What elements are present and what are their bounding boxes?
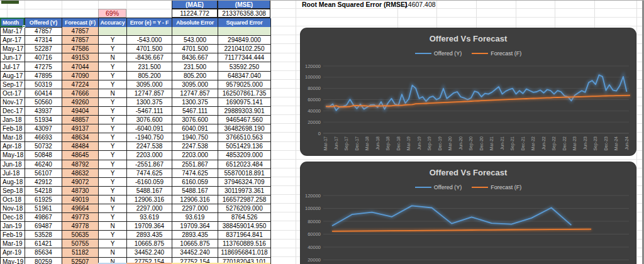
table-cell[interactable]: 12747.857 — [172, 89, 218, 98]
table-cell[interactable]: 93.619 — [172, 213, 218, 222]
chart-legend[interactable]: Offered (Y) Forecast (F) — [301, 184, 636, 190]
table-cell[interactable]: 51182 — [62, 248, 99, 257]
table-cell[interactable]: 61421 — [25, 239, 62, 248]
table-cell[interactable]: 5276209.000 — [218, 204, 271, 213]
table-cell[interactable]: 3076.600 — [172, 116, 218, 124]
table-cell[interactable]: 48645 — [62, 151, 99, 160]
table-cell[interactable]: N — [99, 53, 127, 62]
column-header[interactable]: Squared Error — [218, 18, 271, 28]
column-header[interactable]: Error (e) = Y - F — [127, 18, 172, 28]
table-cell[interactable]: 80259 — [25, 258, 62, 264]
table-cell[interactable]: 69487 — [25, 222, 62, 231]
table-cell[interactable]: 36482698.190 — [218, 124, 271, 133]
table-cell[interactable]: Y — [99, 142, 127, 151]
table-cell[interactable]: 47857 — [62, 27, 99, 36]
table-cell[interactable]: Jan-18 — [1, 116, 25, 124]
table-cell[interactable]: N — [99, 195, 127, 204]
table-cell[interactable]: May-18 — [1, 151, 25, 160]
table-cell[interactable]: 2247.538 — [172, 142, 218, 151]
table-cell[interactable]: Y — [99, 80, 127, 89]
table-cell[interactable]: Y — [99, 98, 127, 107]
table-cell[interactable]: 1690975.141 — [218, 98, 271, 107]
table-cell[interactable] — [99, 27, 127, 36]
column-header[interactable]: Absolute Error — [172, 18, 218, 28]
table-cell[interactable]: 50755 — [62, 239, 99, 248]
table-cell[interactable]: 6040.091 — [172, 124, 218, 133]
table-cell[interactable]: 61925 — [25, 195, 62, 204]
table-cell[interactable]: 12906.316 — [172, 195, 218, 204]
table-cell[interactable]: 8436.667 — [172, 53, 218, 62]
table-cell[interactable]: Y — [99, 160, 127, 169]
table-cell[interactable]: Y — [99, 169, 127, 178]
table-cell[interactable]: Nov-18 — [1, 204, 25, 213]
table-cell[interactable]: Y — [99, 45, 127, 53]
table-cell[interactable]: 49137 — [62, 124, 99, 133]
table-cell[interactable]: 49778 — [62, 222, 99, 231]
table-cell[interactable]: 2551.867 — [172, 160, 218, 169]
table-cell[interactable]: 8764.526 — [218, 213, 271, 222]
table-cell[interactable]: 85634 — [25, 248, 62, 257]
table-cell[interactable]: 34452.240 — [127, 248, 172, 257]
table-cell[interactable]: 4701.500 — [127, 45, 172, 53]
table-cell[interactable]: 47666 — [62, 89, 99, 98]
table-cell[interactable]: 50848 — [25, 151, 62, 160]
table-cell[interactable]: 49072 — [62, 178, 99, 187]
table-cell[interactable]: 113760889.516 — [218, 239, 271, 248]
table-cell[interactable]: -5467.111 — [127, 107, 172, 116]
table-cell[interactable]: 1300.375 — [172, 98, 218, 107]
table-cell[interactable]: 805.200 — [127, 72, 172, 80]
legend-item-forecast[interactable]: Forecast (F) — [472, 50, 521, 57]
mse-value-cell[interactable]: 213376358.308 — [218, 9, 270, 18]
table-cell[interactable]: Jan-19 — [1, 222, 25, 231]
table-cell[interactable]: 3095.000 — [127, 80, 172, 89]
table-cell[interactable]: 40716 — [25, 53, 62, 62]
table-cell[interactable]: 5467.111 — [172, 107, 218, 116]
table-cell[interactable]: 48792 — [62, 160, 99, 169]
table-cell[interactable]: 2247.538 — [127, 142, 172, 151]
table-cell[interactable]: 3076.600 — [127, 116, 172, 124]
table-cell[interactable]: 2893.435 — [127, 231, 172, 239]
table-cell[interactable]: Y — [99, 231, 127, 239]
table-cell[interactable]: 48484 — [62, 142, 99, 151]
table-cell[interactable]: 5488.167 — [172, 187, 218, 195]
table-cell[interactable]: 4701.500 — [172, 45, 218, 53]
table-cell[interactable]: 30119973.361 — [218, 187, 271, 195]
table-cell[interactable]: Y — [99, 187, 127, 195]
table-cell[interactable]: -6160.059 — [127, 178, 172, 187]
legend-item-offered[interactable]: Offered (Y) — [415, 50, 462, 57]
table-cell[interactable]: 1940.750 — [172, 133, 218, 142]
table-cell[interactable]: 51961 — [25, 204, 62, 213]
table-cell[interactable]: 5051429.136 — [218, 142, 271, 151]
table-cell[interactable]: 53528 — [25, 231, 62, 239]
table-cell[interactable]: Jun-17 — [1, 53, 25, 62]
table-cell[interactable] — [172, 27, 218, 36]
legend-item-offered[interactable]: Offered (Y) — [415, 184, 462, 190]
table-cell[interactable] — [127, 27, 172, 36]
table-cell[interactable]: 49260 — [62, 98, 99, 107]
table-cell[interactable]: 71177344.444 — [218, 53, 271, 62]
table-cell[interactable]: 48857 — [62, 116, 99, 124]
table-cell[interactable]: 47275 — [25, 62, 62, 71]
table-cell[interactable] — [218, 27, 271, 36]
table-cell[interactable]: -8436.667 — [127, 53, 172, 62]
table-cell[interactable]: 8371964.841 — [218, 231, 271, 239]
chart-offered-vs-forecast-full[interactable]: Offered Vs Forecast Offered (Y) Forecast… — [301, 28, 636, 155]
table-cell[interactable]: 37946324.709 — [218, 178, 271, 187]
table-cell[interactable]: 49019 — [62, 195, 99, 204]
table-cell[interactable]: 50635 — [62, 231, 99, 239]
table-cell[interactable]: Y — [99, 204, 127, 213]
table-cell[interactable]: 46693 — [25, 133, 62, 142]
table-cell[interactable]: 43097 — [25, 124, 62, 133]
table-cell[interactable]: Nov-17 — [1, 98, 25, 107]
table-cell[interactable]: -1940.750 — [127, 133, 172, 142]
table-cell[interactable]: 34452.240 — [172, 248, 218, 257]
column-header[interactable]: Offered (Y) — [25, 18, 62, 28]
table-cell[interactable]: Jun-18 — [1, 160, 25, 169]
mae-value-cell[interactable]: 11224.772 — [172, 9, 218, 18]
table-cell[interactable]: 12747.857 — [127, 89, 172, 98]
table-cell[interactable]: 162507861.735 — [218, 89, 271, 98]
rmse-value-cell[interactable]: 14607.408 — [404, 0, 438, 9]
table-cell[interactable]: Feb-19 — [1, 231, 25, 239]
table-cell[interactable]: 50560 — [25, 98, 62, 107]
table-cell[interactable]: Oct-18 — [1, 195, 25, 204]
